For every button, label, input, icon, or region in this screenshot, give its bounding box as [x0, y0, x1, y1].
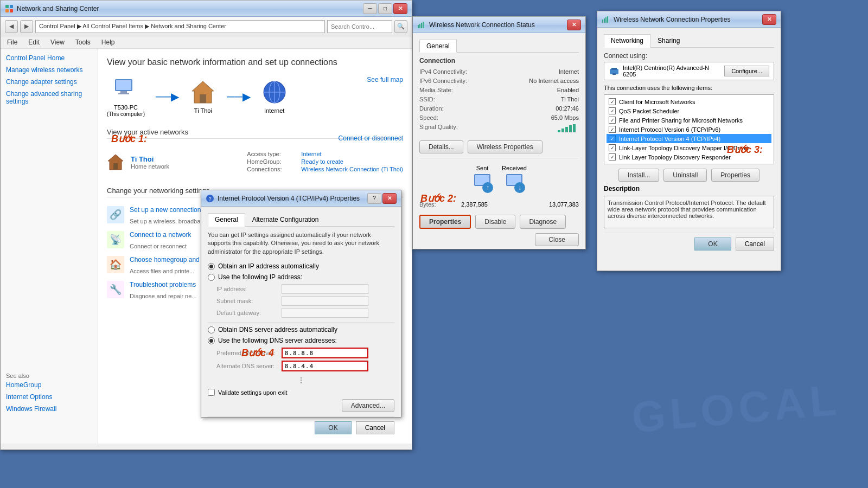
manual-ip-radio[interactable]: [208, 274, 215, 281]
connections-label: Connections:: [247, 166, 301, 172]
tcpip-tab-general[interactable]: General: [208, 213, 245, 227]
props-tab-sharing[interactable]: Sharing: [650, 34, 687, 47]
svg-text:↓: ↓: [518, 184, 521, 191]
diagnose-button[interactable]: Diagnose: [520, 215, 566, 229]
sidebar-manage-wireless[interactable]: Manage wireless networks: [6, 66, 92, 74]
troubleshoot-desc: Diagnose and repair ne...: [130, 293, 197, 299]
item-ipv4-checkbox[interactable]: ✓: [609, 135, 616, 142]
item-lldp-responder-checkbox[interactable]: ✓: [609, 153, 616, 160]
advanced-button[interactable]: Advanced...: [342, 399, 394, 412]
sidebar-firewall[interactable]: Windows Firewall: [6, 405, 93, 413]
tcpip-close-btn[interactable]: ✕: [382, 193, 397, 204]
connect-icon: 📡: [107, 231, 124, 248]
search-button[interactable]: 🔍: [394, 20, 407, 33]
tcpip-cancel-button[interactable]: Cancel: [356, 421, 394, 434]
search-input[interactable]: [327, 20, 392, 33]
main-titlebar: Network and Sharing Center ─ □ ✕: [1, 1, 412, 17]
network-name[interactable]: Ti Thoi: [131, 155, 169, 163]
ip-address-input[interactable]: [282, 284, 368, 294]
annotation-buoc3: Bước 3:: [727, 144, 763, 156]
access-type-value: Internet: [301, 151, 321, 157]
auto-ip-row: Obtain an IP address automatically: [208, 262, 394, 270]
sidebar-change-adapter[interactable]: Change adapter settings: [6, 78, 92, 86]
uninstall-button[interactable]: Uninstall: [663, 169, 707, 182]
sent-col: Sent ↑: [471, 165, 493, 194]
preferred-dns-input[interactable]: [282, 348, 368, 358]
sidebar-change-sharing[interactable]: Change advanced sharing settings: [6, 90, 92, 105]
received-icon: ↓: [503, 171, 525, 193]
connections-value[interactable]: Wireless Network Connection (Ti Thoi): [301, 166, 403, 172]
gateway-label: Default gateway:: [216, 310, 282, 316]
props-cancel-button[interactable]: Cancel: [736, 237, 774, 251]
close-button[interactable]: Close: [535, 233, 579, 246]
status-tab-general[interactable]: General: [419, 40, 457, 53]
item-ipv4-label: Internet Protocol Version 4 (TCP/IPv4): [619, 136, 720, 142]
ipv6-value: No Internet access: [529, 78, 579, 84]
svg-rect-0: [5, 5, 9, 8]
troubleshoot-link[interactable]: Troubleshoot problems: [130, 281, 197, 288]
svg-rect-7: [118, 93, 129, 94]
menu-edit[interactable]: Edit: [26, 37, 42, 47]
properties-item-button[interactable]: Properties: [711, 169, 760, 182]
gateway-input[interactable]: [282, 308, 368, 318]
received-label: Received: [502, 165, 527, 171]
properties-button[interactable]: Properties: [419, 215, 471, 229]
connect-link[interactable]: Connect to a network: [130, 231, 191, 239]
item-qos-checkbox[interactable]: ✓: [609, 107, 616, 114]
connect-desc: Connect or reconnect: [130, 243, 191, 249]
item-lldp-mapper-checkbox[interactable]: ✓: [609, 144, 616, 151]
item-client-checkbox[interactable]: ✓: [609, 98, 616, 105]
see-full-map[interactable]: See full map: [367, 76, 403, 84]
props-ok-button[interactable]: OK: [694, 237, 731, 251]
menu-help[interactable]: Help: [99, 37, 117, 47]
validate-checkbox[interactable]: [208, 389, 215, 396]
back-button[interactable]: ◀: [5, 20, 18, 33]
menu-file[interactable]: File: [5, 37, 20, 47]
auto-ip-radio[interactable]: [208, 263, 215, 270]
address-bar[interactable]: Control Panel ▶ All Control Panel Items …: [35, 20, 325, 33]
close-button[interactable]: ✕: [393, 3, 407, 14]
tcpip-info-text: You can get IP settings assigned automat…: [208, 231, 394, 256]
props-close-btn[interactable]: ✕: [762, 14, 776, 25]
install-button[interactable]: Install...: [618, 169, 659, 182]
sidebar-homegroup[interactable]: HomeGroup: [6, 381, 93, 389]
configure-button[interactable]: Configure...: [724, 66, 769, 76]
disable-button[interactable]: Disable: [475, 215, 515, 229]
sidebar-control-panel-home[interactable]: Control Panel Home: [6, 54, 92, 62]
items-title-label: This connection uses the following items…: [604, 85, 774, 91]
svg-rect-38: [611, 68, 617, 70]
details-button[interactable]: Details...: [419, 140, 463, 153]
maximize-button[interactable]: □: [378, 3, 392, 14]
forward-button[interactable]: ▶: [20, 20, 33, 33]
svg-rect-20: [558, 130, 560, 132]
props-tab-networking[interactable]: Networking: [604, 34, 650, 48]
network-status-icon: [417, 21, 426, 29]
svg-rect-5: [116, 80, 131, 90]
alternate-dns-input[interactable]: [282, 361, 368, 371]
wireless-properties-button[interactable]: Wireless Properties: [468, 140, 542, 153]
ipv4-label: IPv4 Connectivity:: [419, 68, 467, 75]
speed-label: Speed:: [419, 114, 438, 121]
menu-tools[interactable]: Tools: [73, 37, 93, 47]
tcpip-ok-button[interactable]: OK: [315, 421, 351, 434]
menu-view[interactable]: View: [48, 37, 67, 47]
auto-dns-radio[interactable]: [208, 326, 215, 333]
sidebar: Control Panel Home Manage wireless netwo…: [1, 49, 98, 444]
item-client: ✓ Client for Microsoft Networks: [607, 97, 771, 106]
tcpip-help-btn[interactable]: ?: [367, 193, 381, 204]
sidebar-internet-options[interactable]: Internet Options: [6, 393, 93, 401]
homegroup-icon: 🏠: [107, 256, 124, 273]
minimize-button[interactable]: ─: [363, 3, 377, 14]
item-file-printer-checkbox[interactable]: ✓: [609, 117, 616, 124]
item-file-printer: ✓ File and Printer Sharing for Microsoft…: [607, 115, 771, 125]
annotation-buoc1: Bước 1:: [111, 133, 147, 145]
subnet-mask-input[interactable]: [282, 296, 368, 306]
network-node-computer: T530-PC(This computer): [107, 76, 145, 117]
item-ipv4[interactable]: ✓ Internet Protocol Version 4 (TCP/IPv4): [607, 134, 771, 143]
tcpip-tab-alternate[interactable]: Alternate Configuration: [245, 213, 326, 226]
manual-dns-radio[interactable]: [208, 337, 215, 344]
ssid-label: SSID:: [419, 96, 435, 102]
item-ipv6-checkbox[interactable]: ✓: [609, 126, 616, 133]
home-network-icon: [107, 153, 124, 171]
status-close-btn[interactable]: ✕: [567, 20, 581, 30]
